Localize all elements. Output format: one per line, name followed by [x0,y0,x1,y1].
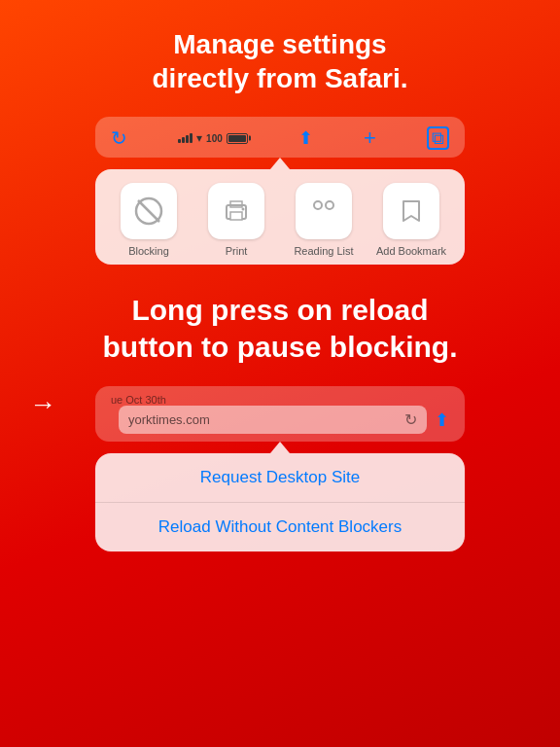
status-bar: ▾ 100 [178,131,248,145]
reload-without-blockers-item[interactable]: Reload Without Content Blockers [95,503,465,551]
svg-point-6 [314,201,322,209]
bar1 [178,139,181,143]
bar4 [190,133,192,143]
popup-items-row: Blocking Print [95,169,465,265]
popup-item-print-label: Print [226,245,248,257]
blocking-icon-box [121,183,177,239]
bookmark-icon [396,196,427,227]
bottom-demo-wrapper: → ue Oct 30th yorktimes.com ↻ ⬆ Request … [0,386,560,551]
svg-point-5 [242,208,245,211]
top-section: Manage settings directly from Safari. → … [0,0,560,265]
print-icon-box [208,183,264,239]
print-icon [221,196,252,227]
popup-item-reading[interactable]: Reading List [285,183,363,257]
battery-fill [228,135,246,142]
middle-headline: Long press on reload button to pause blo… [29,292,531,365]
url-text: yorktimes.com [128,412,210,427]
battery-percent: 100 [206,133,223,144]
request-desktop-item[interactable]: Request Desktop Site [95,453,465,503]
browser-mockup-bottom: ue Oct 30th yorktimes.com ↻ ⬆ [95,386,465,442]
bottom-section: → ue Oct 30th yorktimes.com ↻ ⬆ Request … [0,386,560,551]
block-icon [133,196,164,227]
top-demo-wrapper: → ↻ ▾ 100 [0,117,560,265]
bar2 [182,137,185,143]
url-date: ue Oct 30th [111,394,449,406]
popup-item-print[interactable]: Print [197,183,275,257]
add-tab-icon[interactable]: + [364,127,376,149]
reload-icon-bottom[interactable]: ↻ [404,410,417,429]
url-bar: yorktimes.com ↻ [119,406,427,434]
top-headline: Manage settings directly from Safari. [123,27,438,95]
reading-icon-box [296,183,352,239]
wifi-icon: ▾ [196,131,202,145]
battery-icon [227,133,248,144]
tabs-icon[interactable]: ⧉ [427,126,449,150]
share-icon-bottom[interactable]: ⬆ [435,409,449,431]
bar3 [186,135,189,143]
signal-bars [178,133,192,143]
reload-icon[interactable]: ↻ [111,128,127,148]
share-icon[interactable]: ⬆ [298,129,313,147]
browser-bottom-bar: yorktimes.com ↻ ⬆ [111,406,449,434]
svg-point-7 [326,201,333,209]
popup-menu-top: Blocking Print [95,158,465,265]
browser-mockup-top: ↻ ▾ 100 ⬆ [95,117,465,158]
svg-line-1 [138,200,159,222]
popup-arrow-up [270,158,290,169]
popup-item-blocking[interactable]: Blocking [110,183,188,257]
popup-item-bookmark[interactable]: Add Bookmark [372,183,450,257]
popup-menu-bottom: Request Desktop Site Reload Without Cont… [95,442,465,551]
browser-toolbar: ↻ ▾ 100 ⬆ [111,126,449,150]
popup-arrow-bottom [270,442,290,453]
popup-item-reading-label: Reading List [294,245,353,257]
popup-item-blocking-label: Blocking [128,245,169,257]
popup-list: Request Desktop Site Reload Without Cont… [95,453,465,551]
svg-rect-3 [230,212,242,220]
popup-item-bookmark-label: Add Bookmark [376,245,446,257]
bookmark-icon-box [383,183,439,239]
reading-icon [308,196,339,227]
